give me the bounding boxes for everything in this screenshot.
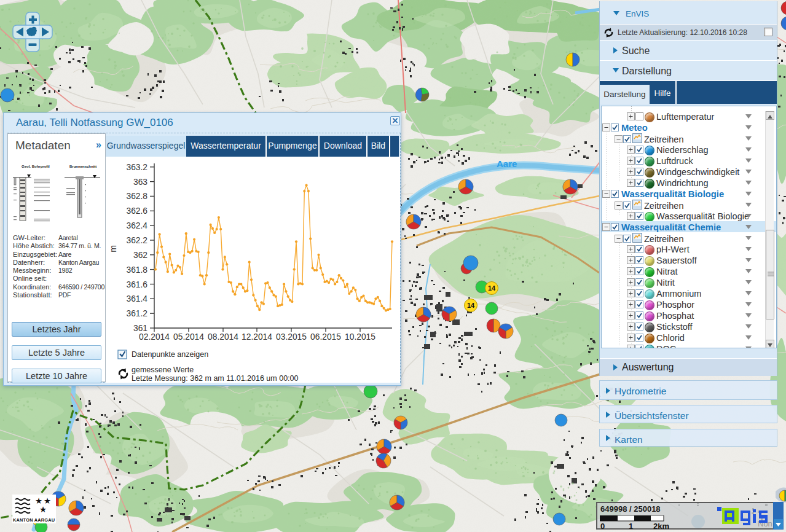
svg-text:362: 362: [133, 251, 147, 260]
svg-text:08.2014: 08.2014: [208, 332, 238, 342]
svg-text:05.2014: 05.2014: [173, 332, 204, 342]
svg-text:03.2015: 03.2015: [276, 332, 307, 342]
svg-text:★: ★: [44, 496, 51, 506]
svg-text:361: 361: [133, 324, 147, 333]
svg-text:Geol. Bohrprofil: Geol. Bohrprofil: [22, 165, 50, 168]
svg-text:★: ★: [39, 505, 47, 514]
svg-text:10.2015: 10.2015: [345, 332, 375, 342]
svg-text:362.4: 362.4: [126, 221, 147, 230]
svg-text:361.2: 361.2: [126, 309, 147, 318]
svg-text:m: m: [108, 245, 118, 252]
svg-text:06.2015: 06.2015: [310, 332, 341, 342]
svg-text:361.6: 361.6: [126, 280, 147, 289]
svg-text:Aare: Aare: [497, 158, 517, 169]
svg-text:Brunnenschnitt: Brunnenschnitt: [69, 165, 96, 168]
svg-text:361.4: 361.4: [126, 294, 147, 303]
svg-text:gemessene Werte: gemessene Werte: [132, 366, 194, 374]
svg-text:★: ★: [35, 496, 42, 506]
svg-text:14: 14: [467, 302, 475, 309]
svg-text:363.2: 363.2: [126, 163, 147, 172]
svg-text:363: 363: [133, 178, 147, 187]
svg-text:Letzte Messung: 362 m am 11.01: Letzte Messung: 362 m am 11.01.2016 um 0…: [132, 374, 299, 383]
svg-text:02.2014: 02.2014: [139, 332, 170, 342]
svg-text:362.6: 362.6: [126, 206, 147, 216]
svg-text:362.2: 362.2: [126, 236, 147, 245]
svg-text:361.8: 361.8: [126, 265, 147, 275]
svg-text:12.2014: 12.2014: [242, 332, 272, 342]
svg-text:362.8: 362.8: [126, 192, 147, 201]
svg-text:Datenpunkte anzeigen: Datenpunkte anzeigen: [132, 350, 208, 359]
svg-text:14: 14: [488, 284, 496, 292]
